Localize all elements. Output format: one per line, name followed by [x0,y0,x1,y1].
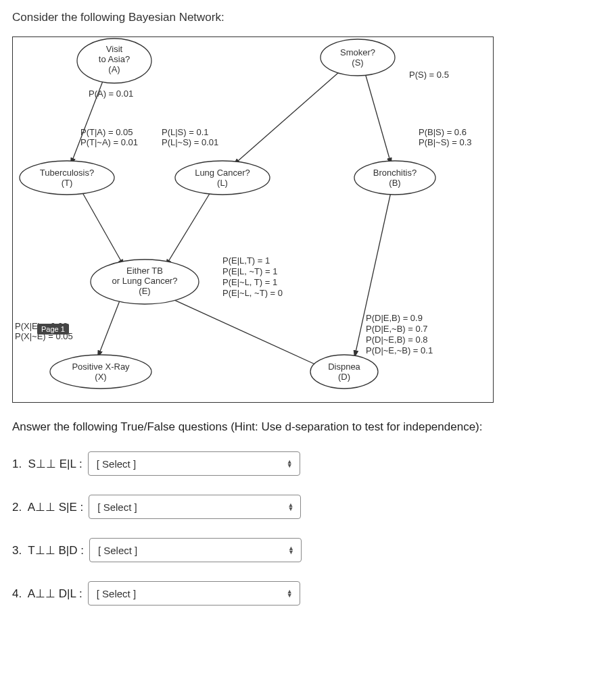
svg-text:P(T|~A) = 0.01: P(T|~A) = 0.01 [80,137,138,147]
stepper-icon: ▲▼ [287,589,293,597]
svg-text:Smoker?: Smoker? [340,47,375,57]
question-4-row: 4. A⊥⊥ D|L : [ Select ] ▲▼ [12,581,604,606]
question-3-row: 3. T⊥⊥ B|D : [ Select ] ▲▼ [12,538,604,562]
select-placeholder: [ Select ] [97,501,137,513]
question-2-label: 2. A⊥⊥ S|E : [12,500,83,514]
svg-text:P(L|S) = 0.1: P(L|S) = 0.1 [162,127,209,137]
prompt-text: Consider the following Bayesian Network: [12,11,604,24]
bayesian-network-diagram: Page 1 [12,36,494,403]
svg-text:Positive X-Ray: Positive X-Ray [72,362,130,372]
svg-text:P(T|A) = 0.05: P(T|A) = 0.05 [80,127,133,137]
svg-text:Either TB: Either TB [126,266,163,276]
question-3-label: 3. T⊥⊥ B|D : [12,543,84,558]
svg-text:P(E|~L, ~T) = 0: P(E|~L, ~T) = 0 [222,288,283,298]
svg-text:P(B|~S) = 0.3: P(B|~S) = 0.3 [419,137,472,147]
svg-line-5 [97,297,121,358]
svg-text:P(D|~E,B) = 0.8: P(D|~E,B) = 0.8 [366,335,428,345]
svg-text:Lung Cancer?: Lung Cancer? [195,168,250,178]
svg-text:P(D|E,~B) = 0.7: P(D|E,~B) = 0.7 [366,324,428,334]
svg-line-3 [80,189,124,267]
select-placeholder: [ Select ] [98,545,137,556]
question-4-label: 4. A⊥⊥ D|L : [12,587,82,601]
question-4-select[interactable]: [ Select ] ▲▼ [88,581,300,606]
svg-line-2 [364,71,392,166]
svg-text:P(E|L, ~T) = 1: P(E|L, ~T) = 1 [222,266,277,276]
svg-text:P(D|E,B) = 0.9: P(D|E,B) = 0.9 [366,313,423,323]
svg-text:P(D|~E,~B) = 0.1: P(D|~E,~B) = 0.1 [366,345,433,355]
svg-line-4 [165,189,212,267]
question-2-row: 2. A⊥⊥ S|E : [ Select ] ▲▼ [12,495,604,519]
question-3-select[interactable]: [ Select ] ▲▼ [89,538,302,562]
question-1-label: 1. S⊥⊥ E|L : [12,457,82,471]
question-1-select[interactable]: [ Select ] ▲▼ [88,451,300,476]
svg-text:to Asia?: to Asia? [99,54,130,64]
svg-text:or Lung Cancer?: or Lung Cancer? [112,276,178,286]
stepper-icon: ▲▼ [288,546,294,554]
svg-line-1 [233,68,344,166]
svg-text:P(S) = 0.5: P(S) = 0.5 [409,70,449,80]
svg-text:P(E|~L, T) = 1: P(E|~L, T) = 1 [222,277,277,287]
answer-prompt: Answer the following True/False question… [12,420,604,434]
select-placeholder: [ Select ] [97,588,136,599]
svg-text:(X): (X) [95,372,106,382]
svg-text:(T): (T) [62,178,73,188]
svg-text:Bronchitis?: Bronchitis? [373,168,417,178]
svg-text:(A): (A) [108,64,120,74]
svg-text:(E): (E) [139,286,150,296]
svg-text:P(E|L,T) = 1: P(E|L,T) = 1 [222,255,270,266]
question-1-row: 1. S⊥⊥ E|L : [ Select ] ▲▼ [12,451,604,476]
stepper-icon: ▲▼ [287,503,293,511]
question-2-select[interactable]: [ Select ] ▲▼ [89,495,301,519]
select-placeholder: [ Select ] [97,458,136,470]
svg-text:(B): (B) [389,178,400,188]
svg-text:(S): (S) [352,57,363,68]
svg-text:(L): (L) [217,178,228,188]
svg-text:Visit: Visit [106,44,123,54]
svg-text:Dispnea: Dispnea [328,362,360,372]
svg-text:(D): (D) [338,372,350,382]
svg-text:P(A) = 0.01: P(A) = 0.01 [89,89,133,99]
svg-text:Tuberculosis?: Tuberculosis? [40,168,94,178]
svg-text:P(B|S) = 0.6: P(B|S) = 0.6 [419,127,467,137]
svg-text:P(L|~S) = 0.01: P(L|~S) = 0.01 [162,137,218,147]
page-marker: Page 1 [37,324,69,335]
stepper-icon: ▲▼ [287,460,293,468]
svg-line-6 [168,297,324,368]
